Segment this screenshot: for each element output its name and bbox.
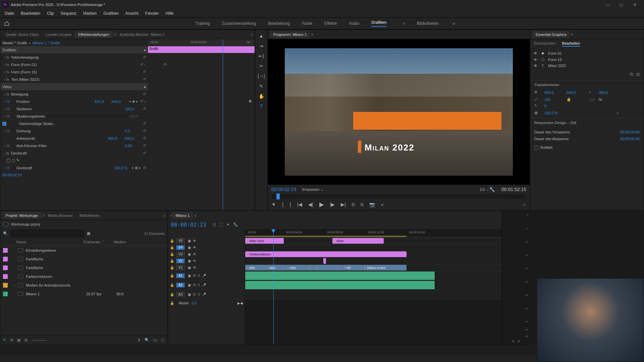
clip-v1-3[interactable]: fx (307, 265, 314, 270)
timeline-ruler[interactable]: ;00:00 00:00:04:00 00:00:08:00 00:00:12:… (245, 229, 501, 237)
group-layers-icon[interactable]: ◫ (636, 72, 640, 76)
toggle-output-icon[interactable]: ▣ (188, 259, 191, 263)
hamburger-icon[interactable]: ≡ (311, 33, 313, 37)
project-item[interactable]: Einstellungsebene (0, 246, 167, 255)
twisty-icon[interactable]: ⌄ (2, 92, 6, 96)
hamburger-icon[interactable]: ≡ (571, 33, 573, 37)
solo-right[interactable]: S (518, 340, 520, 343)
ec-timecode[interactable]: 00:00:02:23 (0, 172, 148, 178)
tab-media-browser[interactable]: Media-Browser (45, 212, 76, 219)
col-framerate[interactable]: Framerate ⌃ (84, 240, 114, 244)
timeline-timecode[interactable]: 00:00:02:23 (171, 222, 206, 228)
tab-quelle[interactable]: Quelle: (keine Clips) (2, 31, 42, 38)
intro-value[interactable]: 00:00:00:00 (620, 130, 640, 134)
new-bin-icon[interactable]: ▦ (87, 231, 90, 236)
voiceover-icon[interactable]: 🎤 (202, 293, 206, 296)
transform-anchor-x[interactable]: 960,0 (599, 90, 619, 95)
project-item[interactable]: Farbkorrekturen (0, 272, 167, 281)
tab-bibliotheken[interactable]: Bibliotheken (76, 212, 103, 219)
zoom-slider[interactable]: ○───── (32, 338, 47, 342)
lift-button[interactable]: ⎘ (352, 202, 355, 207)
clip-milan2022[interactable]: fxMilan 2022 (245, 238, 284, 244)
program-tab[interactable]: Programm: Milano 1 (270, 31, 310, 38)
add-marker-icon[interactable]: ▼ (226, 223, 230, 227)
eye-icon[interactable]: 👁 (193, 246, 196, 249)
toggle-output-icon[interactable]: ▣ (188, 293, 191, 296)
project-item[interactable]: › Medien für Animationsvorla (0, 281, 167, 290)
reset-icon[interactable]: ↺ (143, 136, 146, 140)
hamburger-icon[interactable]: ≡ (194, 214, 196, 218)
lock-icon[interactable]: 🔓 (170, 274, 174, 278)
timeline-playhead[interactable] (273, 229, 274, 344)
clip-v1-0[interactable]: fxMila (245, 265, 266, 270)
search-input[interactable] (10, 230, 84, 237)
stopwatch-icon[interactable]: ◷ (6, 107, 11, 111)
project-item[interactable]: Farbfläche (0, 255, 167, 263)
lock-icon[interactable]: 🔓 (170, 239, 174, 243)
prev-kf-icon[interactable]: ◂ (131, 166, 133, 170)
step-back-button[interactable]: ◀| (308, 202, 313, 207)
ws-zusammenstellung[interactable]: Zusammenstellung (222, 21, 256, 26)
tab-overflow[interactable]: » (163, 214, 165, 218)
toggle-output-icon[interactable]: ▣ (188, 252, 191, 256)
stopwatch-icon[interactable]: ◷ (6, 166, 11, 170)
ec-ruler[interactable]: :00:00 00:00:02:00 :00; (148, 39, 255, 46)
ws-effekte[interactable]: Effekte (324, 21, 337, 26)
ws-farbe[interactable]: Farbe (302, 21, 312, 26)
slip-tool[interactable]: |↔| (258, 73, 265, 79)
project-item[interactable]: Farbfläche (0, 263, 167, 272)
lock-icon[interactable]: 🔓 (170, 293, 174, 296)
clip-v1-1[interactable]: fxMila (266, 265, 286, 270)
reset-icon[interactable]: ↺ (143, 129, 146, 133)
mask-ellipse-icon[interactable]: ◯ (6, 158, 10, 163)
twisty-icon[interactable]: › (2, 55, 6, 59)
mute-button[interactable]: M (193, 293, 196, 296)
playhead-thumb[interactable] (276, 193, 280, 199)
reset-icon[interactable]: ↺ (143, 107, 146, 111)
menu-grafiken[interactable]: Grafiken (100, 10, 122, 17)
reset-icon[interactable]: ↺ (143, 92, 146, 96)
anchor-x[interactable]: 960,0 (108, 136, 125, 140)
mark-out-button[interactable]: } (290, 202, 291, 207)
clip-v1-5[interactable]: fxMil (342, 265, 363, 270)
label-color-swatch[interactable] (3, 283, 8, 288)
home-button[interactable] (0, 18, 13, 29)
keyframe-toggle[interactable]: › (144, 63, 145, 67)
tab-lumetri[interactable]: Lumetri-Scopes (42, 31, 75, 38)
clip-v1-2[interactable]: fxMila (286, 265, 307, 270)
toggle-output-icon[interactable]: ▣ (188, 246, 191, 249)
snap-icon[interactable]: ⁅⁆ (213, 223, 216, 227)
reset-icon[interactable]: ↺ (143, 77, 146, 81)
program-scrubber[interactable] (271, 194, 526, 199)
twisty-icon[interactable]: › (14, 283, 18, 287)
chevron-down-icon[interactable]: ⌄ (28, 41, 31, 45)
tab-projekt[interactable]: Projekt: Werkzeuge (2, 212, 41, 219)
lock-icon[interactable]: 🔒 (567, 97, 587, 102)
roll-checkbox[interactable] (534, 145, 538, 149)
ec-clip-link[interactable]: Milano 1 * Grafik (33, 41, 60, 45)
step-forward-button[interactable]: |▶ (330, 202, 335, 207)
menu-hilfe[interactable]: Hilfe (162, 10, 177, 17)
reset-icon[interactable]: ↺ (143, 143, 146, 148)
pos-x[interactable]: 691,9 (95, 100, 111, 104)
track-head-v3[interactable]: 🔓V3▣👁 (168, 251, 245, 257)
twisty-icon[interactable]: › (2, 107, 6, 111)
tl-settings-icon[interactable]: 🔧 (233, 223, 238, 227)
program-view[interactable]: Milan 2022 (268, 39, 530, 185)
label-color-swatch[interactable] (3, 265, 8, 270)
track-head-v1[interactable]: 🔓V1▣👁 (168, 264, 245, 271)
toggle-output-icon[interactable]: ▣ (188, 283, 191, 287)
ec-master[interactable]: Master * Grafik (2, 41, 27, 45)
menu-fenster[interactable]: Fenster (142, 10, 162, 17)
program-timecode-right[interactable]: 00:01:52:15 (501, 187, 526, 192)
ec-grafik-bar[interactable]: Grafik (148, 46, 255, 53)
opacity-v[interactable]: 100,0 % (114, 166, 131, 170)
antiflimmer-v[interactable]: 0,00 (125, 144, 142, 148)
ws-overflow[interactable]: » (452, 20, 455, 26)
menu-clip[interactable]: Clip (44, 10, 57, 17)
solo-button[interactable]: S (198, 274, 200, 278)
new-layer-icon[interactable]: 🗀 (630, 72, 634, 76)
lock-icon[interactable]: 🔓 (170, 283, 174, 287)
mute-button[interactable]: M (193, 274, 196, 278)
track-head-a2[interactable]: 🔓A2▣MS🎤 (168, 280, 245, 290)
